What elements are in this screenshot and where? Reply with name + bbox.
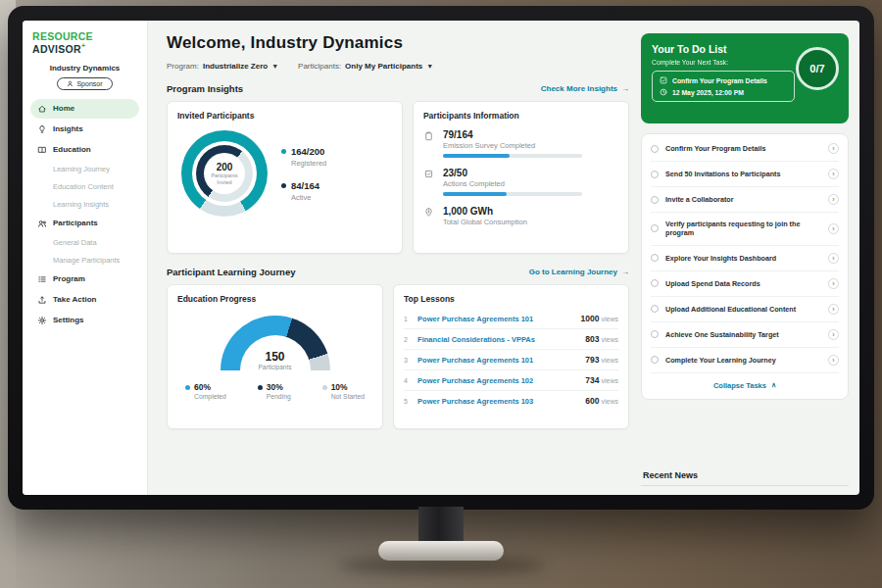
- sidebar-item-general-data[interactable]: General Data: [30, 234, 139, 251]
- lightbulb-icon: [37, 124, 47, 134]
- lesson-views: 793views: [585, 355, 618, 365]
- sidebar-item-learning-journey[interactable]: Learning Journey: [30, 161, 139, 177]
- stat-label: Total Global Consumption: [443, 218, 527, 226]
- list-icon: [37, 274, 47, 284]
- brand-plus: +: [81, 42, 85, 49]
- task-checkbox[interactable]: [651, 171, 659, 178]
- task-checkbox[interactable]: [651, 224, 659, 232]
- card-title: Invited Participants: [177, 111, 392, 121]
- task-checkbox[interactable]: [651, 356, 659, 364]
- stat-value: 79/164: [443, 129, 582, 140]
- lesson-row: 5 Power Purchase Agreements 103 600views: [404, 391, 618, 411]
- program-select-label: Program:: [167, 62, 199, 71]
- todo-progress-ring: 0/7: [796, 47, 839, 90]
- task-checkbox[interactable]: [651, 254, 659, 262]
- invited-participants-card: Invited Participants 200 Participants In…: [167, 101, 403, 254]
- education-gauge-chart: 150 Participants: [220, 316, 330, 370]
- lesson-title-link[interactable]: Power Purchase Agreements 101: [417, 315, 574, 323]
- next-task-box[interactable]: Confirm Your Program Details 12 May 2025…: [652, 71, 795, 102]
- stat-value: 23/50: [443, 168, 582, 178]
- task-row[interactable]: Send 50 Invitations to Participants ›: [651, 162, 839, 187]
- task-row[interactable]: Achieve One Sustainability Target ›: [651, 322, 839, 348]
- filters-row: Program: Industrialize Zero ▼ Participan…: [167, 62, 629, 71]
- sidebar-item-label: Education: [53, 145, 91, 154]
- lesson-title-link[interactable]: Power Purchase Agreements 101: [417, 356, 578, 365]
- sidebar-item-learning-insights[interactable]: Learning Insights: [30, 196, 139, 213]
- stat-emission-survey: 79/164 Emission Survey Completed: [423, 129, 618, 158]
- task-label: Confirm Your Program Details: [665, 144, 821, 153]
- task-label: Verify participants requesting to join t…: [665, 220, 821, 238]
- home-icon: [37, 104, 47, 114]
- donut-center: 200 Participants Invited: [204, 153, 245, 194]
- lesson-title-link[interactable]: Power Purchase Agreements 102: [417, 376, 578, 385]
- chevron-right-icon[interactable]: ›: [828, 169, 839, 179]
- monitor-stand-neck: [418, 507, 464, 546]
- right-column: Your To Do List Complete Your Next Task:…: [641, 33, 849, 486]
- task-label: Upload Spend Data Records: [665, 279, 821, 288]
- legend-dot-active: [281, 183, 286, 188]
- clipboard-icon: [423, 129, 435, 158]
- chevron-right-icon[interactable]: ›: [828, 253, 839, 264]
- chevron-right-icon[interactable]: ›: [828, 143, 839, 154]
- progress-track: [443, 154, 582, 158]
- lesson-rank: 5: [404, 398, 411, 405]
- chevron-right-icon[interactable]: ›: [828, 223, 839, 234]
- sidebar-item-label: General Data: [53, 238, 97, 247]
- lesson-title-link[interactable]: Financial Considerations - VPPAs: [417, 335, 578, 344]
- chevron-right-icon[interactable]: ›: [828, 304, 839, 315]
- lesson-title-link[interactable]: Power Purchase Agreements 103: [417, 397, 578, 406]
- sidebar-item-education[interactable]: Education: [30, 140, 139, 160]
- task-checkbox[interactable]: [651, 305, 659, 313]
- legend-dot-registered: [281, 149, 286, 154]
- participants-select[interactable]: Participants: Only My Participants ▼: [298, 62, 433, 71]
- task-row[interactable]: Invite a Collaborator ›: [651, 187, 839, 213]
- task-row[interactable]: Confirm Your Program Details ›: [651, 136, 839, 162]
- sidebar-item-label: Education Content: [53, 182, 114, 191]
- progress-fill-1: [443, 192, 507, 196]
- program-select[interactable]: Program: Industrialize Zero ▼: [167, 62, 278, 71]
- lesson-rank: 2: [404, 336, 411, 343]
- go-to-learning-journey-link[interactable]: Go to Learning Journey →: [529, 268, 629, 276]
- chevron-right-icon[interactable]: ›: [828, 329, 839, 340]
- lesson-views: 1000views: [581, 314, 618, 323]
- task-row[interactable]: Explore Your Insights Dashboard ›: [651, 246, 839, 271]
- sidebar-item-take-action[interactable]: Take Action: [30, 290, 139, 310]
- task-row[interactable]: Upload Additional Educational Content ›: [651, 297, 839, 322]
- learning-journey-header: Participant Learning Journey Go to Learn…: [167, 267, 629, 277]
- sidebar-item-manage-participants[interactable]: Manage Participants: [30, 252, 139, 269]
- sidebar-item-insights[interactable]: Insights: [30, 120, 139, 139]
- legend-item: 10% Not Started: [322, 382, 365, 400]
- task-row[interactable]: Complete Your Learning Journey ›: [651, 348, 839, 373]
- chevron-right-icon[interactable]: ›: [828, 278, 839, 289]
- sidebar-item-settings[interactable]: Settings: [30, 311, 139, 330]
- people-icon: [37, 219, 47, 228]
- sidebar-item-education-content[interactable]: Education Content: [30, 178, 139, 195]
- task-row[interactable]: Verify participants requesting to join t…: [651, 213, 839, 246]
- card-title: Top Lessons: [404, 294, 618, 304]
- gauge-center-label: Participants: [220, 364, 330, 370]
- task-checkbox[interactable]: [651, 196, 659, 204]
- task-checkbox[interactable]: [651, 145, 659, 153]
- app-logo: RESOURCE ADVISOR+: [30, 30, 139, 55]
- invited-donut-ring-outer: 200 Participants Invited: [181, 130, 268, 217]
- lesson-row: 3 Power Purchase Agreements 101 793views: [404, 350, 618, 370]
- progress-track: [443, 192, 582, 196]
- task-checkbox[interactable]: [651, 279, 659, 287]
- sidebar-item-label: Participants: [53, 219, 98, 227]
- task-label: Upload Additional Educational Content: [665, 305, 821, 314]
- arrow-right-icon: →: [621, 84, 629, 93]
- legend-item: 164/200 Registered: [281, 146, 326, 168]
- card-title: Education Progress: [177, 294, 372, 304]
- legend-item: 84/164 Active: [281, 180, 326, 202]
- chevron-right-icon[interactable]: ›: [828, 355, 839, 366]
- sidebar-item-participants[interactable]: Participants: [30, 214, 139, 233]
- task-row[interactable]: Upload Spend Data Records ›: [651, 271, 839, 297]
- sidebar-item-home[interactable]: Home: [30, 99, 139, 119]
- collapse-tasks-button[interactable]: Collapse Tasks ∧: [651, 373, 839, 397]
- sponsor-label: Sponsor: [76, 80, 102, 87]
- donut-center-label: Participants Invited: [208, 172, 241, 186]
- sidebar-item-program[interactable]: Program: [30, 270, 139, 289]
- check-more-insights-link[interactable]: Check More Insights →: [541, 84, 629, 93]
- chevron-right-icon[interactable]: ›: [828, 194, 839, 205]
- task-checkbox[interactable]: [651, 330, 659, 338]
